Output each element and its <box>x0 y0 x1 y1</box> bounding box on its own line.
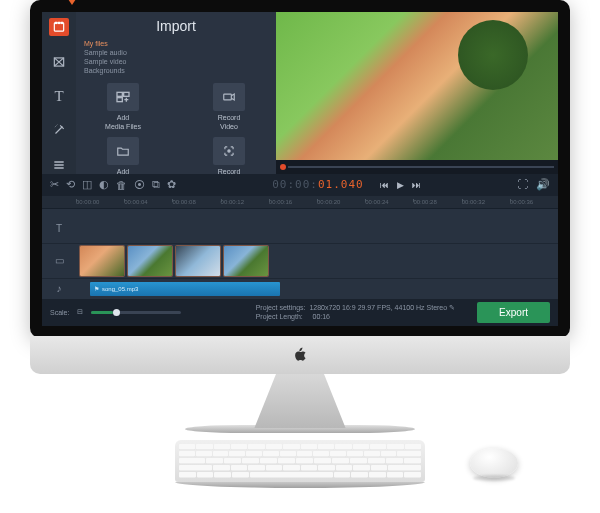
import-title: Import <box>84 18 268 34</box>
prev-button[interactable]: ⏮ <box>380 180 389 190</box>
monitor-bezel: T Import My files Sample audio Sample vi… <box>30 0 570 338</box>
record-video-button[interactable]: Record Video <box>196 83 262 131</box>
audio-track-icon: ♪ <box>52 283 66 294</box>
add-media-button[interactable]: Add Media Files <box>90 83 156 131</box>
import-grid: Add Media Files Record Video Add Folder <box>84 83 268 185</box>
cut-icon[interactable]: ✂ <box>50 178 59 191</box>
import-sub-1[interactable]: Sample video <box>84 57 268 66</box>
sidebar-import-icon[interactable] <box>49 18 69 36</box>
scale-label: Scale: <box>50 309 69 316</box>
svg-rect-6 <box>124 93 129 97</box>
video-clip-1[interactable] <box>80 246 124 276</box>
fullscreen-icon[interactable]: ⛶ <box>517 178 528 191</box>
sidebar-filters-icon[interactable] <box>49 52 69 70</box>
timeline: T ▭ ♪ ⚑ song_05.m <box>42 209 558 299</box>
edit-tools: ✂ ⟲ ◫ ◐ 🗑 ⦿ ⧉ ✿ <box>50 178 176 191</box>
project-info: Project settings: 1280x720 16:9 29.97 FP… <box>256 303 455 323</box>
export-button[interactable]: Export <box>477 302 550 323</box>
app-screen: T Import My files Sample audio Sample vi… <box>42 12 558 326</box>
rotate-icon[interactable]: ⟲ <box>66 178 75 191</box>
record-icon[interactable]: ⦿ <box>134 179 145 191</box>
imac-monitor: T Import My files Sample audio Sample vi… <box>30 0 570 433</box>
apple-logo-icon <box>291 346 309 364</box>
preview-scrubber[interactable] <box>276 160 558 174</box>
playhead-dot[interactable] <box>280 164 286 170</box>
settings-icon[interactable]: ✿ <box>167 178 176 191</box>
monitor-stand <box>240 374 360 428</box>
timecode-display: 00:00:01.040 <box>272 178 364 191</box>
svg-rect-0 <box>54 23 63 31</box>
settings-edit-icon[interactable]: ✎ <box>449 304 455 311</box>
sidebar-menu-icon[interactable] <box>49 156 69 174</box>
scrub-track[interactable] <box>288 166 554 168</box>
scale-slider[interactable] <box>91 311 181 314</box>
transition-icon[interactable]: ⧉ <box>152 178 160 191</box>
sidebar-effects-icon[interactable] <box>49 121 69 139</box>
video-clip-3[interactable] <box>176 246 220 276</box>
sidebar-titles-icon[interactable]: T <box>49 87 69 105</box>
preview-video[interactable] <box>276 12 558 160</box>
audio-clip-flag-icon: ⚑ <box>94 285 99 292</box>
next-button[interactable]: ⏭ <box>412 180 421 190</box>
scale-minus-icon[interactable]: ⊟ <box>77 308 83 316</box>
transport-controls: ⏮ ▶ ⏭ <box>380 180 421 190</box>
video-track[interactable]: ▭ <box>42 244 558 278</box>
svg-rect-1 <box>56 23 57 24</box>
svg-rect-5 <box>117 93 122 97</box>
my-files-label[interactable]: My files <box>84 40 268 47</box>
preview-panel <box>276 12 558 174</box>
svg-point-9 <box>228 150 230 152</box>
volume-icon[interactable]: 🔊 <box>536 178 550 191</box>
import-sub-0[interactable]: Sample audio <box>84 48 268 57</box>
top-area: T Import My files Sample audio Sample vi… <box>42 12 558 174</box>
delete-icon[interactable]: 🗑 <box>116 179 127 191</box>
color-icon[interactable]: ◐ <box>99 178 109 191</box>
import-panel: Import My files Sample audio Sample vide… <box>76 12 276 174</box>
import-sub-2[interactable]: Backgrounds <box>84 66 268 75</box>
svg-rect-8 <box>224 94 232 100</box>
title-track[interactable]: T <box>42 215 558 243</box>
toolbar-row: ✂ ⟲ ◫ ◐ 🗑 ⦿ ⧉ ✿ 00:00:01.040 ⏮ ▶ ⏭ <box>42 174 558 196</box>
audio-clip-label: song_05.mp3 <box>102 286 138 292</box>
monitor-chin <box>30 336 570 374</box>
svg-rect-7 <box>117 98 122 102</box>
video-clips <box>72 246 268 276</box>
svg-rect-3 <box>61 23 62 24</box>
mouse <box>470 448 518 478</box>
video-clip-2[interactable] <box>128 246 172 276</box>
keyboard <box>175 440 425 495</box>
audio-track[interactable]: ♪ ⚑ song_05.mp3 <box>42 279 558 299</box>
play-button[interactable]: ▶ <box>397 180 404 190</box>
svg-rect-2 <box>58 23 59 24</box>
video-track-icon: ▭ <box>52 255 66 266</box>
video-clip-4[interactable] <box>224 246 268 276</box>
bottom-bar: Scale: ⊟ Project settings: 1280x720 16:9… <box>42 299 558 326</box>
crop-icon[interactable]: ◫ <box>82 178 92 191</box>
title-track-icon: T <box>52 223 66 234</box>
audio-clip[interactable]: ⚑ song_05.mp3 <box>90 282 280 296</box>
sidebar: T <box>42 12 76 174</box>
timeline-ruler[interactable]: 00:00:00 00:00:04 00:00:08 00:00:12 00:0… <box>42 196 558 209</box>
